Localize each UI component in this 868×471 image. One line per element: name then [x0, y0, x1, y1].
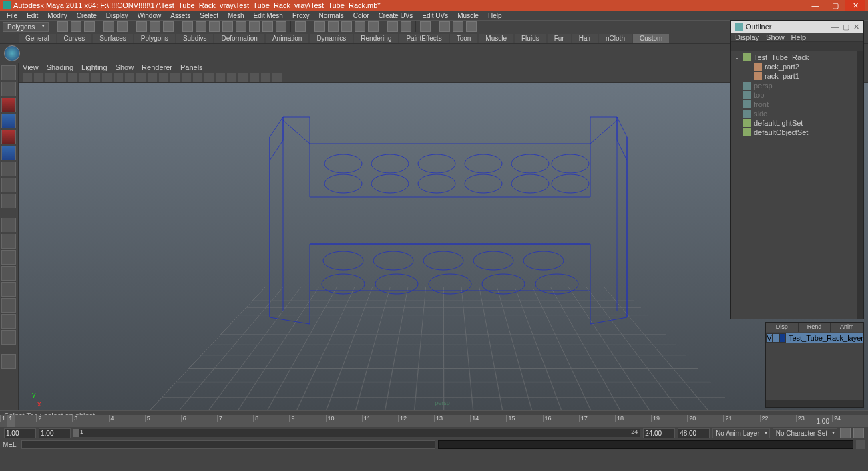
menu-select[interactable]: Select — [196, 12, 222, 19]
outliner-item[interactable]: persp — [732, 81, 862, 90]
auto-key-icon[interactable] — [840, 428, 851, 438]
menu-create[interactable]: Create — [73, 12, 101, 19]
menu-edit-mesh[interactable]: Edit Mesh — [249, 12, 286, 19]
layer-visibility-toggle[interactable]: V — [766, 333, 773, 343]
snap-plane-icon[interactable] — [222, 21, 233, 32]
vp-gate-mask-icon[interactable] — [114, 73, 123, 82]
layout-graph-icon[interactable] — [1, 330, 16, 345]
outliner-list[interactable]: -Test_Tube_Rackrack_part2rack_part1persp… — [731, 51, 863, 319]
shelf-tab-ncloth[interactable]: nCloth — [599, 34, 632, 43]
outliner-menu-help[interactable]: Help — [791, 33, 807, 41]
outliner-menu-display[interactable]: Display — [735, 33, 759, 41]
menu-edit[interactable]: Edit — [23, 12, 42, 19]
render-icon[interactable] — [295, 21, 306, 32]
scale-tool-icon[interactable] — [1, 146, 16, 160]
vp-resolution-gate-icon[interactable] — [102, 73, 112, 82]
vp-grease-icon[interactable] — [68, 73, 77, 82]
render-globals-icon[interactable] — [368, 21, 379, 32]
shelf-tab-general[interactable]: General — [19, 34, 56, 43]
anim-layer-dropdown[interactable]: No Anim Layer — [712, 428, 770, 438]
outliner-item[interactable]: rack_part2 — [732, 62, 862, 71]
ipr-render-icon[interactable] — [314, 21, 325, 32]
vp-2d-pan-icon[interactable] — [57, 73, 66, 82]
outliner-titlebar[interactable]: Outliner — ▢ ✕ — [731, 21, 863, 33]
select-tool-icon[interactable] — [1, 65, 16, 80]
select-hierarchy-icon[interactable] — [136, 21, 147, 32]
outliner-item[interactable]: front — [732, 100, 862, 109]
outliner-item[interactable]: rack_part1 — [732, 71, 862, 81]
select-component-icon[interactable] — [163, 21, 174, 32]
snap-live-icon[interactable] — [236, 21, 246, 32]
viewport-menu-lighting[interactable]: Lighting — [81, 63, 107, 71]
layer-scrollbar[interactable] — [766, 400, 863, 407]
shelf-tab-hair[interactable]: Hair — [572, 34, 598, 43]
vp-wireframe-icon[interactable] — [159, 73, 168, 82]
viewport-menu-show[interactable]: Show — [116, 63, 134, 71]
layout-three-left-icon[interactable] — [1, 282, 16, 297]
snap-grid-icon[interactable] — [182, 21, 193, 32]
outliner-menu-show[interactable]: Show — [766, 33, 785, 41]
layer-tab-render[interactable]: Rend — [799, 323, 831, 332]
attribute-editor-icon[interactable] — [439, 21, 450, 32]
script-editor-icon[interactable] — [856, 440, 865, 449]
menu-edit-uvs[interactable]: Edit UVs — [418, 12, 452, 19]
expand-icon[interactable]: - — [734, 53, 740, 61]
layout-persp-outliner-icon[interactable] — [1, 314, 16, 329]
layout-four-icon[interactable] — [401, 21, 411, 32]
outliner-item[interactable]: defaultObjectSet — [732, 128, 862, 137]
outliner-scrollbar[interactable] — [857, 51, 863, 319]
outliner-item[interactable]: side — [732, 109, 862, 118]
range-slider[interactable]: 1 24 — [73, 429, 640, 437]
snap-curve-icon[interactable] — [196, 21, 206, 32]
layout-two-side-icon[interactable] — [1, 250, 16, 265]
outliner-maximize-icon[interactable]: ▢ — [843, 23, 849, 31]
vp-select-camera-icon[interactable] — [23, 73, 32, 82]
vp-lights-icon[interactable] — [193, 73, 202, 82]
snap-toggle-icon[interactable] — [249, 21, 260, 32]
viewport-menu-shading[interactable]: Shading — [47, 63, 73, 71]
shelf-custom-icon[interactable] — [4, 45, 20, 61]
last-tool-icon[interactable] — [1, 354, 16, 369]
shelf-tab-polygons[interactable]: Polygons — [134, 34, 175, 43]
vp-high-quality-icon[interactable] — [216, 73, 225, 82]
history-off-icon[interactable] — [276, 21, 286, 32]
layer-row[interactable]: V Test_Tube_Rack_layer — [766, 333, 863, 343]
redo-icon[interactable] — [117, 21, 128, 32]
shelf-tab-muscle[interactable]: Muscle — [479, 34, 513, 43]
vp-xray-joints-icon[interactable] — [250, 73, 259, 82]
vp-safe-action-icon[interactable] — [136, 73, 146, 82]
outliner-item[interactable]: -Test_Tube_Rack — [732, 53, 862, 62]
shelf-tab-custom[interactable]: Custom — [633, 34, 669, 43]
range-end-outer-field[interactable] — [678, 428, 710, 438]
viewport-menu-panels[interactable]: Panels — [180, 63, 203, 71]
undo-icon[interactable] — [103, 21, 114, 32]
range-end-inner-field[interactable] — [643, 428, 675, 438]
lasso-tool-icon[interactable] — [1, 82, 16, 96]
shelf-tab-fur[interactable]: Fur — [548, 34, 571, 43]
current-time-marker[interactable]: 1 — [7, 415, 15, 427]
layer-tab-display[interactable]: Disp — [766, 323, 799, 332]
menu-create-uvs[interactable]: Create UVs — [375, 12, 417, 19]
menu-muscle[interactable]: Muscle — [453, 12, 483, 19]
character-set-dropdown[interactable]: No Character Set — [773, 428, 837, 438]
soft-mod-tool-icon[interactable] — [1, 178, 16, 192]
shelf-tab-fluids[interactable]: Fluids — [515, 34, 546, 43]
menu-file[interactable]: File — [3, 12, 21, 19]
outliner-item[interactable]: defaultLightSet — [732, 118, 862, 128]
menu-mesh[interactable]: Mesh — [224, 12, 248, 19]
mode-dropdown[interactable]: Polygons — [3, 22, 49, 32]
layer-type-toggle[interactable] — [773, 333, 779, 343]
layout-single-pane-icon[interactable] — [1, 218, 16, 232]
snap-point-icon[interactable] — [209, 21, 220, 32]
menu-proxy[interactable]: Proxy — [288, 12, 314, 19]
layout-two-stack-icon[interactable] — [1, 266, 16, 281]
vp-expose-icon[interactable] — [261, 73, 270, 82]
vp-safe-title-icon[interactable] — [148, 73, 157, 82]
vp-image-plane-icon[interactable] — [45, 73, 55, 82]
outliner-minimize-icon[interactable]: — — [831, 23, 839, 31]
menu-display[interactable]: Display — [102, 12, 132, 19]
range-handle[interactable] — [73, 429, 79, 437]
maximize-button[interactable]: ▢ — [825, 0, 845, 11]
time-slider[interactable]: 1 12345678910111213141516171819202122232… — [0, 415, 868, 427]
tool-settings-icon[interactable] — [453, 21, 463, 32]
